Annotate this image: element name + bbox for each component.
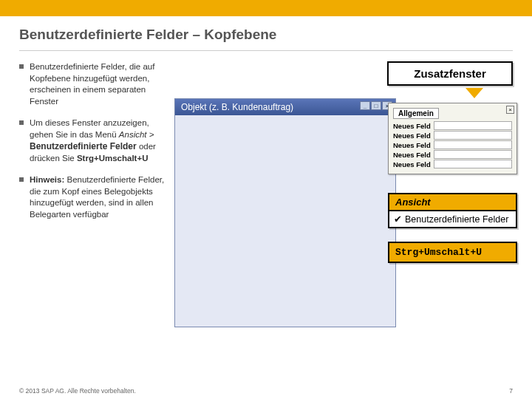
udf-label: Neues Feld — [393, 132, 434, 140]
bullet-1: Benutzerdefinierte Felder, die auf Kopfe… — [19, 61, 167, 107]
bullet-2-term: Benutzerdefinierte Felder — [30, 141, 137, 151]
copyright: © 2013 SAP AG. Alle Rechte vorbehalten. — [19, 387, 136, 395]
footer: © 2013 SAP AG. Alle Rechte vorbehalten. … — [19, 387, 513, 395]
udf-input[interactable] — [434, 131, 512, 140]
callout-ansicht: Ansicht ✔ Benutzerdefinierte Felder — [388, 193, 517, 228]
udf-row: Neues Feld — [393, 121, 512, 130]
bullet-2: Um dieses Fenster anzuzeigen, gehen Sie … — [19, 117, 167, 164]
udf-input[interactable] — [434, 160, 512, 168]
udf-input[interactable] — [434, 150, 512, 159]
page-title: Benutzerdefinierte Felder – Kopfebene — [0, 16, 532, 50]
check-icon: ✔ — [394, 214, 402, 225]
ansicht-item-text: Benutzerdefinierte Felder — [405, 214, 508, 225]
udf-label: Neues Feld — [393, 151, 434, 159]
minimize-icon[interactable]: _ — [360, 101, 370, 110]
arrow-down-icon — [466, 88, 483, 98]
app-window: Objekt (z. B. Kundenauftrag) _ □ × — [174, 98, 396, 327]
callout-zusatzfenster: Zusatzfenster — [387, 61, 513, 86]
page-number: 7 — [509, 387, 513, 395]
udf-input[interactable] — [434, 121, 512, 130]
content-area: Benutzerdefinierte Felder, die auf Kopfe… — [0, 61, 532, 231]
bullet-2-menu: Ansicht > — [119, 130, 154, 139]
panel-tab[interactable]: Allgemein — [393, 108, 439, 119]
window-titlebar: Objekt (z. B. Kundenauftrag) _ □ × — [175, 99, 395, 115]
udf-row: Neues Feld — [393, 140, 512, 149]
maximize-icon[interactable]: □ — [371, 101, 381, 110]
udf-row: Neues Feld — [393, 131, 512, 140]
divider — [19, 50, 513, 51]
shortcut-text: Strg+Umschalt+U — [395, 247, 482, 258]
ansicht-head: Ansicht — [389, 194, 516, 211]
udf-label: Neues Feld — [393, 160, 434, 168]
udf-label: Neues Feld — [393, 141, 434, 149]
bullet-list: Benutzerdefinierte Felder, die auf Kopfe… — [19, 61, 167, 231]
udf-input[interactable] — [434, 140, 512, 149]
bullet-3: Hinweis: Benutzerdefinierte Felder, die … — [19, 174, 167, 220]
callout-zusatz-text: Zusatzfenster — [414, 67, 486, 80]
bullet-2-shortcut: Strg+Umschalt+U — [77, 154, 149, 163]
ansicht-item[interactable]: ✔ Benutzerdefinierte Felder — [389, 211, 516, 227]
udf-label: Neues Feld — [393, 122, 434, 130]
bullet-1-text: Benutzerdefinierte Felder, die auf Kopfe… — [30, 62, 154, 106]
brand-bar — [0, 0, 532, 16]
bullet-3-label: Hinweis: — [30, 175, 64, 184]
panel-close-icon[interactable]: × — [506, 106, 514, 114]
udf-row: Neues Feld — [393, 150, 512, 159]
window-title-text: Objekt (z. B. Kundenauftrag) — [181, 102, 293, 112]
udf-panel: × Allgemein Neues Feld Neues Feld Neues … — [388, 103, 517, 174]
callout-shortcut: Strg+Umschalt+U — [388, 242, 517, 263]
illustration-area: Objekt (z. B. Kundenauftrag) _ □ × Zusat… — [174, 61, 513, 231]
udf-row: Neues Feld — [393, 160, 512, 168]
